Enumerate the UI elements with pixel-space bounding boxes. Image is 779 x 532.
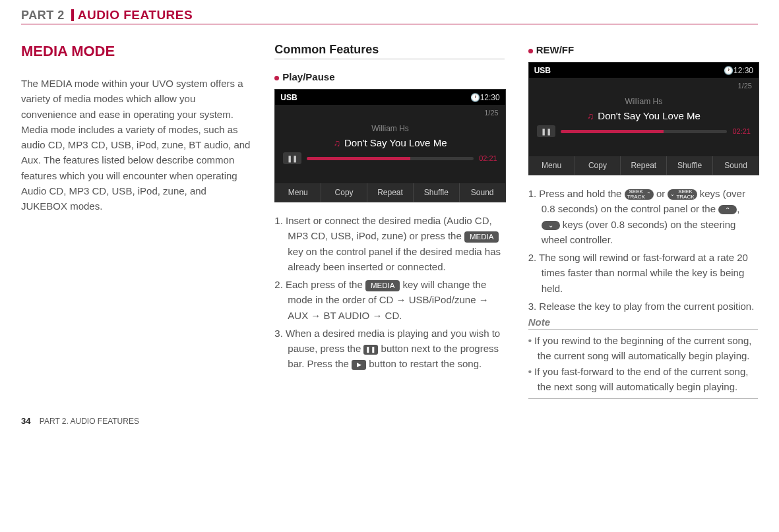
rew-ff-step-3: 3. Release the key to play from the curr… xyxy=(528,299,758,314)
rew-ff-step-2: 2. The song will rewind or fast-forward … xyxy=(528,250,758,296)
header-divider-icon xyxy=(71,9,74,21)
ss-source-label: USB xyxy=(280,93,297,102)
music-note-icon: ♫ xyxy=(587,111,594,121)
usb-screenshot-1: USB 🕐12:30 1/25 William Hs ♫ Don't Say Y… xyxy=(274,89,505,202)
note-label: Note xyxy=(528,316,758,330)
play-pause-label: Play/Pause xyxy=(282,71,334,82)
ss-title: ♫ Don't Say You Love Me xyxy=(529,110,759,121)
wheel-up-icon: ⌃ xyxy=(718,205,737,214)
ss-btn-menu[interactable]: Menu xyxy=(529,156,575,175)
step-2: 2. Each press of the MEDIA key will chan… xyxy=(274,277,504,323)
column-1: MEDIA MODE The MEDIA mode within your UV… xyxy=(21,43,251,399)
ss-btn-copy[interactable]: Copy xyxy=(575,156,621,175)
rew-ff-heading: REW/FF xyxy=(528,44,758,55)
common-features-heading: Common Features xyxy=(274,43,504,59)
section-title-media-mode: MEDIA MODE xyxy=(21,43,251,60)
bullet-icon xyxy=(528,49,533,53)
ss-progress-bar[interactable] xyxy=(307,157,474,160)
rew-ff-label: REW/FF xyxy=(536,44,575,55)
ss-pause-button[interactable]: ❚❚ xyxy=(283,152,301,164)
ss-artist: William Hs xyxy=(529,97,759,106)
ss-pause-button[interactable]: ❚❚ xyxy=(537,125,555,137)
rew-ff-steps: 1. Press and hold the SEEKTRACK⌃ or ⌄SEE… xyxy=(528,186,758,314)
ss-elapsed: 02:21 xyxy=(732,127,751,135)
footer-caption: PART 2. AUDIO FEATURES xyxy=(40,417,139,426)
seek-track-down-icon: ⌄SEEKTRACK xyxy=(668,189,697,200)
wheel-down-icon: ⌄ xyxy=(542,221,560,230)
ss-clock: 🕐12:30 xyxy=(470,93,500,102)
part-label: PART 2 xyxy=(21,9,65,22)
ss-source-label: USB xyxy=(534,66,551,75)
ss-btn-copy[interactable]: Copy xyxy=(321,183,367,202)
ss-elapsed: 02:21 xyxy=(479,154,497,162)
usb-screenshot-2: USB 🕐12:30 1/25 William Hs ♫ Don't Say Y… xyxy=(528,62,759,175)
ss-btn-repeat[interactable]: Repeat xyxy=(621,156,667,175)
note-2: • If you fast-forward to the end of the … xyxy=(528,365,758,394)
ss-track-count: 1/25 xyxy=(738,82,752,90)
ss-btn-sound[interactable]: Sound xyxy=(460,183,505,202)
note-end-rule-icon xyxy=(528,398,758,399)
media-key-icon: MEDIA xyxy=(365,280,400,291)
column-2: Common Features Play/Pause USB 🕐12:30 1/… xyxy=(274,43,504,399)
rew-ff-step-1: 1. Press and hold the SEEKTRACK⌃ or ⌄SEE… xyxy=(528,186,758,247)
column-3: REW/FF USB 🕐12:30 1/25 William Hs ♫ Don'… xyxy=(528,43,758,399)
media-mode-intro: The MEDIA mode within your UVO system of… xyxy=(21,76,251,214)
ss-btn-shuffle[interactable]: Shuffle xyxy=(667,156,713,175)
clock-icon: 🕐 xyxy=(724,66,733,75)
ss-btn-shuffle[interactable]: Shuffle xyxy=(414,183,460,202)
ss-track-name: Don't Say You Love Me xyxy=(344,137,447,148)
clock-icon: 🕐 xyxy=(470,93,480,102)
ss-btn-menu[interactable]: Menu xyxy=(275,183,321,202)
header-title: AUDIO FEATURES xyxy=(78,8,193,22)
ss-progress-bar[interactable] xyxy=(561,130,728,133)
ss-btn-repeat[interactable]: Repeat xyxy=(367,183,414,202)
page-footer: 34 PART 2. AUDIO FEATURES xyxy=(21,416,758,426)
play-icon: ▶ xyxy=(352,360,366,370)
note-1: • If you rewind to the beginning of the … xyxy=(528,334,758,363)
page-number: 34 xyxy=(21,416,30,426)
ss-clock: 🕐12:30 xyxy=(724,66,753,75)
ss-track-count: 1/25 xyxy=(484,109,498,117)
music-note-icon: ♫ xyxy=(334,138,341,148)
pause-icon: ❚❚ xyxy=(363,345,378,355)
play-pause-steps: 1. Insert or connect the desired media (… xyxy=(274,213,504,372)
ss-track-name: Don't Say You Love Me xyxy=(598,110,700,121)
ss-btn-sound[interactable]: Sound xyxy=(713,156,759,175)
seek-track-up-icon: SEEKTRACK⌃ xyxy=(625,189,654,200)
step-3: 3. When a desired media is playing and y… xyxy=(274,326,504,372)
step-1: 1. Insert or connect the desired media (… xyxy=(274,213,504,274)
page-header: PART 2 AUDIO FEATURES xyxy=(21,8,758,24)
bullet-icon xyxy=(274,76,279,80)
play-pause-heading: Play/Pause xyxy=(274,71,504,82)
ss-title: ♫ Don't Say You Love Me xyxy=(275,137,505,148)
media-key-icon: MEDIA xyxy=(464,231,499,243)
ss-artist: William Hs xyxy=(275,124,505,133)
